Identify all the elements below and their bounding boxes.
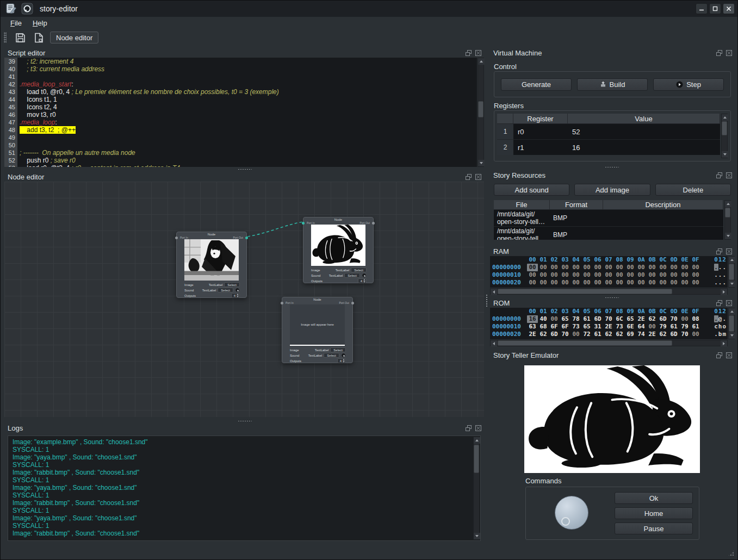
float-panel-icon[interactable] — [716, 172, 723, 179]
rom-hex-view[interactable]: 000102030405060708090A0B0C0D0E0F01200000… — [490, 308, 728, 339]
hex-byte[interactable]: 00 — [690, 271, 701, 279]
hex-row[interactable]: 0000002000000000000000000000000000000000… — [492, 279, 728, 287]
scroll-left-arrow[interactable] — [491, 289, 497, 295]
rom-vscrollbar[interactable] — [728, 308, 735, 339]
float-panel-icon[interactable] — [465, 49, 472, 57]
play-sound-button[interactable] — [362, 273, 367, 278]
menu-item-help[interactable]: Help — [27, 18, 53, 28]
hex-byte[interactable]: 6D — [592, 315, 603, 323]
splitter-handle[interactable] — [238, 169, 252, 170]
hex-byte[interactable]: 00 — [690, 279, 701, 287]
minimize-button[interactable] — [696, 3, 708, 14]
hex-row[interactable]: 0000001000000000000000000000000000000000… — [492, 271, 728, 279]
scroll-down-arrow[interactable] — [729, 281, 735, 287]
hex-byte[interactable]: 2E — [527, 331, 538, 338]
hex-byte[interactable]: 16 — [527, 315, 538, 323]
port-in-dot[interactable] — [302, 222, 305, 225]
hex-byte[interactable]: 62 — [658, 331, 668, 338]
hex-byte[interactable]: 00 — [690, 331, 701, 338]
scroll-up-arrow[interactable] — [729, 308, 735, 315]
hex-byte[interactable]: 00 — [658, 271, 668, 279]
port-in-dot[interactable] — [281, 302, 283, 304]
close-panel-icon[interactable] — [725, 352, 733, 359]
hex-byte[interactable]: 62 — [538, 331, 549, 338]
hex-byte[interactable]: 00 — [625, 279, 636, 287]
scroll-down-arrow[interactable] — [729, 332, 735, 339]
hex-byte[interactable]: 00 — [636, 271, 647, 279]
hex-byte[interactable]: 00 — [527, 264, 538, 271]
hex-byte[interactable]: 00 — [560, 264, 570, 271]
resource-row[interactable]: /mnt/data/git/open-story-tell…BMP — [494, 226, 723, 240]
port-out-dot[interactable] — [245, 237, 248, 239]
close-panel-icon[interactable] — [725, 300, 733, 307]
outputs-spinner[interactable]: 4 — [337, 358, 346, 363]
hex-byte[interactable]: 00 — [549, 271, 560, 279]
close-panel-icon[interactable] — [725, 248, 733, 255]
ram-vscrollbar[interactable] — [728, 256, 735, 288]
hex-byte[interactable]: 00 — [603, 264, 614, 271]
hex-byte[interactable]: 00 — [679, 315, 690, 323]
hex-row[interactable]: 000000001640006578616D706C652E626D700008… — [492, 315, 728, 323]
float-panel-icon[interactable] — [716, 352, 723, 359]
hex-row[interactable]: 000000202E626D70007261626269742E626D7000… — [492, 331, 728, 338]
hex-byte[interactable]: 40 — [538, 315, 549, 323]
hex-byte[interactable]: 00 — [668, 279, 679, 287]
add-sound-button[interactable]: Add sound — [494, 184, 569, 196]
hex-byte[interactable]: 69 — [625, 331, 636, 338]
build-button[interactable]: Build — [577, 78, 648, 91]
hex-row[interactable]: 0000001063686F6F7365312E736E640079617961… — [492, 323, 728, 331]
hex-byte[interactable]: 00 — [527, 271, 538, 279]
hex-byte[interactable]: 00 — [560, 279, 570, 287]
hex-byte[interactable]: 6D — [549, 331, 560, 338]
hex-byte[interactable]: 00 — [560, 271, 570, 279]
hex-byte[interactable]: 6F — [549, 323, 560, 331]
register-row[interactable]: 1r052 — [497, 123, 720, 139]
hex-byte[interactable]: 61 — [592, 331, 603, 338]
node-canvas[interactable]: Node Port In Port Out Image TextLabel Se… — [4, 182, 484, 417]
hex-byte[interactable]: 00 — [581, 279, 592, 287]
maximize-button[interactable] — [709, 3, 721, 14]
hex-byte[interactable]: 00 — [647, 279, 658, 287]
export-file-button[interactable] — [32, 30, 46, 45]
resource-row[interactable]: /mnt/data/git/open-story-tell…BMP — [494, 209, 723, 226]
hex-byte[interactable]: 70 — [679, 331, 690, 338]
hex-byte[interactable]: 00 — [625, 271, 636, 279]
delete-resource-button[interactable]: Delete — [655, 184, 731, 196]
scroll-up-arrow[interactable] — [722, 114, 728, 121]
hex-byte[interactable]: 65 — [560, 315, 570, 323]
pause-button[interactable]: Pause — [615, 522, 693, 534]
script-editor-scrollbar[interactable] — [477, 58, 484, 167]
hex-byte[interactable]: 61 — [668, 323, 679, 331]
hex-byte[interactable]: 00 — [647, 264, 658, 271]
hex-byte[interactable]: 2E — [636, 315, 647, 323]
hex-row[interactable]: 0000000000000000000000000000000000000000… — [492, 264, 728, 271]
close-panel-icon[interactable] — [725, 49, 733, 57]
hex-byte[interactable]: 74 — [636, 331, 647, 338]
hex-byte[interactable]: 00 — [603, 279, 614, 287]
hex-byte[interactable]: 79 — [658, 323, 668, 331]
hex-byte[interactable]: 00 — [592, 264, 603, 271]
select-image-button[interactable]: Select — [351, 267, 367, 272]
scroll-up-arrow[interactable] — [725, 201, 731, 207]
scroll-down-arrow[interactable] — [474, 533, 480, 539]
port-in-dot[interactable] — [175, 237, 178, 239]
hex-byte[interactable]: 00 — [603, 271, 614, 279]
float-panel-icon[interactable] — [465, 173, 472, 181]
hex-byte[interactable]: 00 — [679, 271, 690, 279]
logs-scrollbar[interactable] — [473, 437, 480, 540]
scroll-up-arrow[interactable] — [474, 437, 480, 444]
toolbar-drag-handle[interactable] — [4, 32, 7, 43]
scroll-right-arrow[interactable] — [721, 340, 727, 347]
hex-byte[interactable]: 73 — [570, 323, 581, 331]
hex-byte[interactable]: 00 — [614, 279, 625, 287]
hex-byte[interactable]: 73 — [614, 323, 625, 331]
save-button[interactable] — [13, 30, 27, 45]
ok-button[interactable]: Ok — [615, 492, 693, 504]
generate-button[interactable]: Generate — [501, 78, 572, 91]
hex-byte[interactable]: 00 — [690, 264, 701, 271]
scroll-down-arrow[interactable] — [725, 233, 731, 239]
hex-byte[interactable]: 65 — [581, 323, 592, 331]
resources-scrollbar[interactable] — [724, 200, 731, 240]
port-out-dot[interactable] — [351, 302, 354, 304]
hex-byte[interactable]: 62 — [603, 331, 614, 338]
